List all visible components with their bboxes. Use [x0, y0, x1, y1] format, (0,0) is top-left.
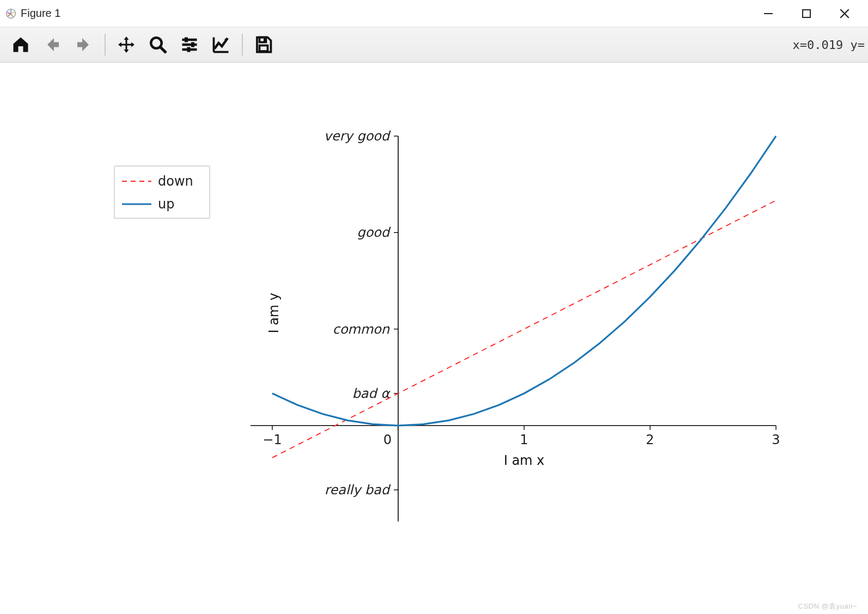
forward-button[interactable] [71, 32, 97, 58]
svg-point-5 [151, 38, 162, 48]
cursor-coordinates: x=0.019 y= [793, 38, 868, 52]
x-tick-label: 2 [646, 432, 654, 447]
series-up [272, 136, 776, 426]
x-tick-label: 3 [772, 432, 780, 447]
svg-rect-10 [191, 42, 194, 47]
home-button[interactable] [8, 32, 34, 58]
y-tick-label: good [357, 225, 391, 240]
x-axis-label: I am x [504, 453, 545, 468]
x-tick-label: 0 [383, 432, 392, 447]
back-button[interactable] [39, 32, 65, 58]
svg-rect-14 [264, 38, 265, 41]
svg-rect-12 [187, 47, 191, 52]
legend-label-down: down [158, 174, 193, 189]
sliders-icon [180, 35, 199, 54]
watermark: CSDN @袁yuan~ [798, 601, 857, 611]
save-icon [254, 35, 273, 54]
zoom-icon [148, 35, 168, 54]
arrow-left-icon [42, 35, 62, 54]
home-icon [11, 35, 30, 54]
toolbar-separator [242, 34, 243, 56]
svg-line-6 [161, 47, 167, 53]
maximize-icon [801, 8, 812, 19]
matplotlib-app-icon [5, 8, 16, 19]
y-tick-label: bad α [352, 386, 391, 401]
y-tick-label: common [333, 322, 390, 337]
minimize-icon [763, 8, 774, 19]
x-tick-label: 1 [520, 432, 528, 447]
toolbar-separator [105, 34, 106, 56]
svg-rect-2 [803, 10, 810, 17]
y-tick-label: really bad [325, 482, 391, 498]
pan-icon [117, 35, 136, 54]
edit-axis-button[interactable] [208, 32, 234, 58]
svg-rect-8 [185, 38, 188, 42]
figure-canvas[interactable]: −10123really badbad αcommongoodvery good… [0, 63, 868, 614]
save-button[interactable] [250, 32, 277, 58]
figure-toolbar: x=0.019 y= [0, 27, 868, 63]
zoom-button[interactable] [145, 32, 171, 58]
minimize-button[interactable] [762, 8, 774, 20]
pan-button[interactable] [113, 32, 139, 58]
line-chart-icon [211, 35, 231, 54]
chart-svg: −10123really badbad αcommongoodvery good… [0, 63, 868, 614]
window-title: Figure 1 [21, 7, 60, 20]
x-tick-label: −1 [262, 432, 282, 447]
legend-label-up: up [158, 197, 174, 212]
title-bar: Figure 1 [0, 0, 868, 27]
arrow-right-icon [74, 35, 94, 54]
y-axis-label: I am y [266, 293, 282, 334]
title-bar-left: Figure 1 [5, 7, 60, 20]
window-controls [762, 8, 866, 20]
svg-rect-15 [260, 46, 268, 52]
y-tick-label: very good [324, 128, 391, 144]
close-button[interactable] [839, 8, 851, 20]
close-icon [839, 8, 851, 20]
maximize-button[interactable] [800, 8, 812, 20]
toolbar-buttons [0, 32, 277, 58]
configure-subplots-button[interactable] [176, 32, 203, 58]
